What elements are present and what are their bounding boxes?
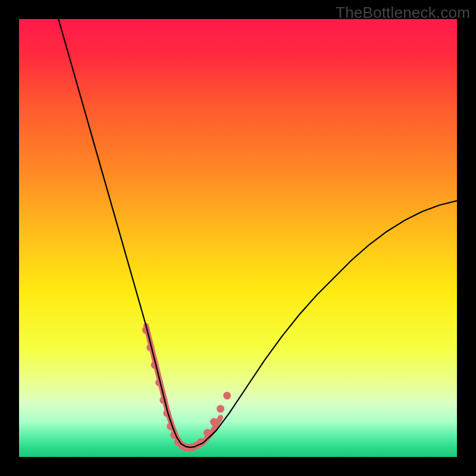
highlight-dot <box>217 405 224 413</box>
highlight-dot <box>223 392 231 399</box>
gradient-background <box>19 19 457 457</box>
highlight-dot <box>210 418 218 426</box>
plot-area <box>19 19 457 457</box>
watermark-text: TheBottleneck.com <box>336 4 470 22</box>
chart-svg <box>19 19 457 457</box>
chart-frame: TheBottleneck.com <box>0 0 476 476</box>
